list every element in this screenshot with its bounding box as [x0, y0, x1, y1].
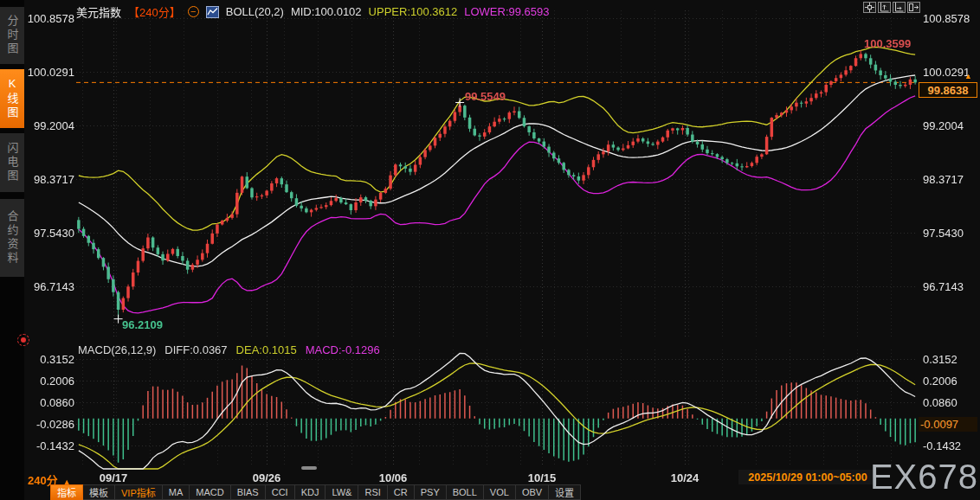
toolbar-button-模板[interactable]: 模板: [83, 484, 115, 500]
price-tick-label: 99.2004: [26, 119, 74, 132]
chart-canvas[interactable]: [0, 0, 980, 500]
date-tick-label: 10/06: [379, 471, 408, 484]
macd-tick-label: 0.2006: [923, 375, 957, 388]
macd-diff-value: DIFF:0.0367: [164, 343, 227, 356]
price-tick-label: 97.5430: [923, 227, 964, 240]
toolbar-button-VOL[interactable]: VOL: [484, 484, 516, 500]
toolbar-button-MA[interactable]: MA: [163, 484, 190, 500]
macd-dea-value: DEA:0.1015: [236, 343, 297, 356]
watermark: EX678: [870, 458, 978, 497]
macd-tick-label: 0.3152: [26, 353, 74, 366]
macd-value-badge: -0.0097: [919, 417, 977, 432]
macd-tick-label: -0.1432: [923, 439, 961, 452]
annotation-session-high: 100.3599: [864, 37, 911, 50]
last-price-badge: 99.8638: [919, 82, 977, 98]
annotation-session-low: 96.2109: [122, 318, 163, 331]
toolbar-button-指标[interactable]: 指标: [50, 484, 83, 500]
macd-tick-label: 0.0860: [923, 396, 957, 409]
toolbar-button-LW&[interactable]: LW&: [326, 484, 358, 500]
macd-title: MACD(26,12,9): [78, 343, 156, 356]
toolbar-button-RSI[interactable]: RSI: [358, 484, 387, 500]
period-label: 【240分】: [128, 3, 181, 20]
toolbar-button-PSY[interactable]: PSY: [415, 484, 447, 500]
price-tick-label: 98.3717: [923, 173, 964, 186]
sidebar-tab-kline-chart[interactable]: K线图: [0, 69, 24, 128]
toolbar-button-CR[interactable]: CR: [388, 484, 415, 500]
collapse-panel-icon[interactable]: [907, 2, 920, 13]
price-tick-label: 100.0291: [923, 66, 970, 79]
chart-type-icon: [206, 6, 219, 18]
macd-tick-label: -0.1432: [26, 439, 74, 452]
current-bar-time-label: 2025/10/29 01:00~05:00: [738, 470, 877, 484]
scale-y-icon[interactable]: [878, 2, 891, 13]
toolbar-button-VIP指标[interactable]: VIP指标: [115, 484, 163, 500]
macd-tick-label: 0.2006: [26, 375, 74, 388]
price-tick-label: 100.0291: [26, 66, 74, 79]
price-tick-label: 100.8578: [923, 12, 970, 25]
price-tick-label: 99.2004: [923, 119, 964, 132]
sidebar: 分时图K线图闪电图合约资料: [0, 0, 24, 500]
app-window: 分时图K线图闪电图合约资料 美元指数 【240分】 − BOLL(20,2) M…: [0, 0, 980, 500]
indicator-toolbar: 指标模板VIP指标MAMACDBIASCCIKDJLW&RSICRPSYBOLL…: [50, 484, 581, 500]
zoom-out-icon[interactable]: −: [188, 6, 199, 17]
sidebar-tab-contract-info[interactable]: 合约资料: [0, 199, 24, 277]
macd-header: MACD(26,12,9) DIFF:0.0367 DEA:0.1015 MAC…: [78, 343, 380, 356]
price-tick-label: 96.7143: [26, 280, 74, 293]
toolbar-button-OBV[interactable]: OBV: [516, 484, 549, 500]
price-up-arrow-icon: ▲: [964, 72, 972, 80]
annotation-swing-high: 99.5549: [465, 90, 506, 103]
scrollbar-thumb[interactable]: [301, 466, 317, 470]
boll-label: BOLL(20,2): [226, 5, 284, 18]
crosshair-icon[interactable]: [863, 2, 876, 13]
boll-lower-value: LOWER:99.6593: [464, 5, 549, 18]
sidebar-tab-time-chart[interactable]: 分时图: [0, 7, 24, 64]
price-tick-label: 96.7143: [923, 280, 964, 293]
alert-icon[interactable]: [17, 334, 29, 346]
boll-upper-value: UPPER:100.3612: [369, 5, 458, 18]
toolbar-button-BOLL[interactable]: BOLL: [447, 484, 484, 500]
date-tick-label: 10/15: [528, 471, 557, 484]
price-tick-label: 97.5430: [26, 227, 74, 240]
symbol-name: 美元指数: [76, 3, 121, 20]
toolbar-button-设置[interactable]: 设置: [549, 484, 581, 500]
macd-tick-label: 0.3152: [923, 353, 957, 366]
sidebar-tab-flash-chart[interactable]: 闪电图: [0, 133, 24, 192]
macd-hist-value: MACD:-0.1296: [306, 343, 380, 356]
toolbar-button-KDJ[interactable]: KDJ: [295, 484, 326, 500]
price-tick-label: 100.8578: [26, 12, 74, 25]
chart-tool-buttons: [863, 2, 920, 13]
date-tick-label: 09/17: [100, 471, 128, 484]
toolbar-button-MACD[interactable]: MACD: [190, 484, 230, 500]
scale-x-icon[interactable]: [893, 2, 906, 13]
macd-tick-label: 0.0860: [26, 396, 74, 409]
date-tick-label: 10/24: [671, 471, 700, 484]
date-tick-label: 09/26: [253, 471, 281, 484]
price-tick-label: 98.3717: [26, 173, 74, 186]
toolbar-button-BIAS[interactable]: BIAS: [231, 484, 266, 500]
macd-tick-label: -0.0286: [26, 418, 74, 431]
boll-mid-value: MID:100.0102: [291, 5, 362, 18]
chart-header: 美元指数 【240分】 − BOLL(20,2) MID:100.0102 UP…: [76, 3, 550, 20]
toolbar-button-CCI[interactable]: CCI: [266, 484, 295, 500]
